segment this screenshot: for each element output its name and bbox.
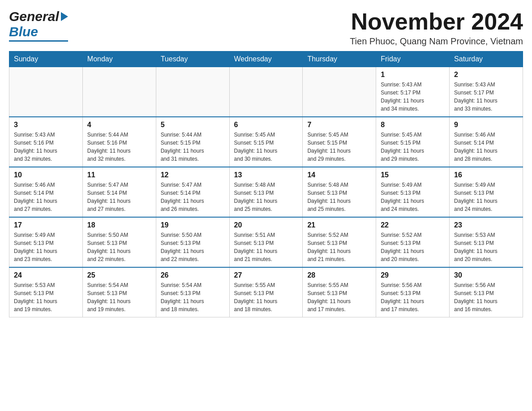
day-number: 15 xyxy=(381,171,445,179)
calendar-week-row: 24Sunrise: 5:53 AM Sunset: 5:13 PM Dayli… xyxy=(9,267,523,317)
calendar-cell: 28Sunrise: 5:55 AM Sunset: 5:13 PM Dayli… xyxy=(303,267,376,317)
day-info: Sunrise: 5:49 AM Sunset: 5:13 PM Dayligh… xyxy=(14,231,78,263)
calendar-cell: 2Sunrise: 5:43 AM Sunset: 5:17 PM Daylig… xyxy=(450,67,523,117)
calendar-cell: 20Sunrise: 5:51 AM Sunset: 5:13 PM Dayli… xyxy=(229,217,303,267)
calendar-cell: 10Sunrise: 5:46 AM Sunset: 5:14 PM Dayli… xyxy=(9,167,83,217)
day-number: 18 xyxy=(87,221,151,229)
col-friday: Friday xyxy=(376,51,450,67)
day-info: Sunrise: 5:43 AM Sunset: 5:17 PM Dayligh… xyxy=(454,81,518,113)
day-number: 13 xyxy=(234,171,298,179)
day-number: 5 xyxy=(161,121,225,129)
day-info: Sunrise: 5:48 AM Sunset: 5:13 PM Dayligh… xyxy=(307,181,371,213)
calendar-cell: 8Sunrise: 5:45 AM Sunset: 5:15 PM Daylig… xyxy=(376,117,450,167)
day-number: 11 xyxy=(87,171,151,179)
calendar-cell: 9Sunrise: 5:46 AM Sunset: 5:14 PM Daylig… xyxy=(450,117,523,167)
day-number: 25 xyxy=(87,271,151,279)
calendar-cell: 15Sunrise: 5:49 AM Sunset: 5:13 PM Dayli… xyxy=(376,167,450,217)
day-number: 30 xyxy=(454,271,518,279)
calendar-week-row: 3Sunrise: 5:43 AM Sunset: 5:16 PM Daylig… xyxy=(9,117,523,167)
calendar-cell: 27Sunrise: 5:55 AM Sunset: 5:13 PM Dayli… xyxy=(229,267,303,317)
calendar-cell: 5Sunrise: 5:44 AM Sunset: 5:15 PM Daylig… xyxy=(156,117,229,167)
calendar-cell: 24Sunrise: 5:53 AM Sunset: 5:13 PM Dayli… xyxy=(9,267,83,317)
day-number: 27 xyxy=(234,271,298,279)
day-info: Sunrise: 5:54 AM Sunset: 5:13 PM Dayligh… xyxy=(87,281,151,313)
calendar-cell xyxy=(9,67,83,117)
day-info: Sunrise: 5:55 AM Sunset: 5:13 PM Dayligh… xyxy=(234,281,298,313)
calendar-cell: 14Sunrise: 5:48 AM Sunset: 5:13 PM Dayli… xyxy=(303,167,376,217)
day-info: Sunrise: 5:46 AM Sunset: 5:14 PM Dayligh… xyxy=(454,131,518,163)
day-number: 28 xyxy=(307,271,371,279)
day-number: 19 xyxy=(161,221,225,229)
day-info: Sunrise: 5:54 AM Sunset: 5:13 PM Dayligh… xyxy=(161,281,225,313)
calendar-cell: 29Sunrise: 5:56 AM Sunset: 5:13 PM Dayli… xyxy=(376,267,450,317)
day-info: Sunrise: 5:46 AM Sunset: 5:14 PM Dayligh… xyxy=(14,181,78,213)
day-number: 17 xyxy=(14,221,78,229)
col-sunday: Sunday xyxy=(9,51,83,67)
calendar-table: Sunday Monday Tuesday Wednesday Thursday… xyxy=(9,51,523,317)
logo-triangle-icon xyxy=(61,12,68,21)
page-header: General Blue November 2024 Tien Phuoc, Q… xyxy=(9,9,523,47)
day-number: 29 xyxy=(381,271,445,279)
calendar-cell xyxy=(156,67,229,117)
logo: General Blue xyxy=(9,9,68,42)
logo-general-text: General xyxy=(9,9,59,24)
calendar-cell: 30Sunrise: 5:56 AM Sunset: 5:13 PM Dayli… xyxy=(450,267,523,317)
calendar-week-row: 1Sunrise: 5:43 AM Sunset: 5:17 PM Daylig… xyxy=(9,67,523,117)
day-info: Sunrise: 5:50 AM Sunset: 5:13 PM Dayligh… xyxy=(87,231,151,263)
day-info: Sunrise: 5:51 AM Sunset: 5:13 PM Dayligh… xyxy=(234,231,298,263)
day-number: 24 xyxy=(14,271,78,279)
calendar-cell: 19Sunrise: 5:50 AM Sunset: 5:13 PM Dayli… xyxy=(156,217,229,267)
title-area: November 2024 Tien Phuoc, Quang Nam Prov… xyxy=(350,9,523,47)
calendar-week-row: 10Sunrise: 5:46 AM Sunset: 5:14 PM Dayli… xyxy=(9,167,523,217)
day-number: 9 xyxy=(454,121,518,129)
calendar-cell: 11Sunrise: 5:47 AM Sunset: 5:14 PM Dayli… xyxy=(82,167,156,217)
day-info: Sunrise: 5:52 AM Sunset: 5:13 PM Dayligh… xyxy=(307,231,371,263)
day-number: 6 xyxy=(234,121,298,129)
col-wednesday: Wednesday xyxy=(229,51,303,67)
calendar-cell: 22Sunrise: 5:52 AM Sunset: 5:13 PM Dayli… xyxy=(376,217,450,267)
day-number: 22 xyxy=(381,221,445,229)
calendar-cell: 6Sunrise: 5:45 AM Sunset: 5:15 PM Daylig… xyxy=(229,117,303,167)
calendar-cell: 26Sunrise: 5:54 AM Sunset: 5:13 PM Dayli… xyxy=(156,267,229,317)
day-number: 21 xyxy=(307,221,371,229)
calendar-cell xyxy=(229,67,303,117)
day-number: 10 xyxy=(14,171,78,179)
day-info: Sunrise: 5:43 AM Sunset: 5:17 PM Dayligh… xyxy=(381,81,445,113)
day-info: Sunrise: 5:50 AM Sunset: 5:13 PM Dayligh… xyxy=(161,231,225,263)
day-number: 2 xyxy=(454,71,518,79)
day-info: Sunrise: 5:44 AM Sunset: 5:16 PM Dayligh… xyxy=(87,131,151,163)
logo-underline xyxy=(9,40,68,42)
calendar-week-row: 17Sunrise: 5:49 AM Sunset: 5:13 PM Dayli… xyxy=(9,217,523,267)
calendar-cell: 12Sunrise: 5:47 AM Sunset: 5:14 PM Dayli… xyxy=(156,167,229,217)
calendar-cell: 13Sunrise: 5:48 AM Sunset: 5:13 PM Dayli… xyxy=(229,167,303,217)
day-number: 1 xyxy=(381,71,445,79)
col-thursday: Thursday xyxy=(303,51,376,67)
day-number: 7 xyxy=(307,121,371,129)
day-info: Sunrise: 5:45 AM Sunset: 5:15 PM Dayligh… xyxy=(381,131,445,163)
day-number: 16 xyxy=(454,171,518,179)
day-info: Sunrise: 5:44 AM Sunset: 5:15 PM Dayligh… xyxy=(161,131,225,163)
calendar-cell xyxy=(303,67,376,117)
calendar-cell: 17Sunrise: 5:49 AM Sunset: 5:13 PM Dayli… xyxy=(9,217,83,267)
logo-blue-text: Blue xyxy=(9,24,38,39)
calendar-cell: 18Sunrise: 5:50 AM Sunset: 5:13 PM Dayli… xyxy=(82,217,156,267)
calendar-cell: 25Sunrise: 5:54 AM Sunset: 5:13 PM Dayli… xyxy=(82,267,156,317)
day-info: Sunrise: 5:56 AM Sunset: 5:13 PM Dayligh… xyxy=(381,281,445,313)
col-tuesday: Tuesday xyxy=(156,51,229,67)
day-number: 20 xyxy=(234,221,298,229)
day-number: 4 xyxy=(87,121,151,129)
calendar-cell: 21Sunrise: 5:52 AM Sunset: 5:13 PM Dayli… xyxy=(303,217,376,267)
calendar-header-row: Sunday Monday Tuesday Wednesday Thursday… xyxy=(9,51,523,67)
day-info: Sunrise: 5:53 AM Sunset: 5:13 PM Dayligh… xyxy=(454,231,518,263)
month-title: November 2024 xyxy=(350,9,523,34)
day-number: 8 xyxy=(381,121,445,129)
day-number: 14 xyxy=(307,171,371,179)
day-info: Sunrise: 5:45 AM Sunset: 5:15 PM Dayligh… xyxy=(234,131,298,163)
day-number: 3 xyxy=(14,121,78,129)
day-info: Sunrise: 5:56 AM Sunset: 5:13 PM Dayligh… xyxy=(454,281,518,313)
day-info: Sunrise: 5:47 AM Sunset: 5:14 PM Dayligh… xyxy=(161,181,225,213)
calendar-cell: 23Sunrise: 5:53 AM Sunset: 5:13 PM Dayli… xyxy=(450,217,523,267)
calendar-cell: 3Sunrise: 5:43 AM Sunset: 5:16 PM Daylig… xyxy=(9,117,83,167)
day-info: Sunrise: 5:49 AM Sunset: 5:13 PM Dayligh… xyxy=(454,181,518,213)
day-number: 26 xyxy=(161,271,225,279)
